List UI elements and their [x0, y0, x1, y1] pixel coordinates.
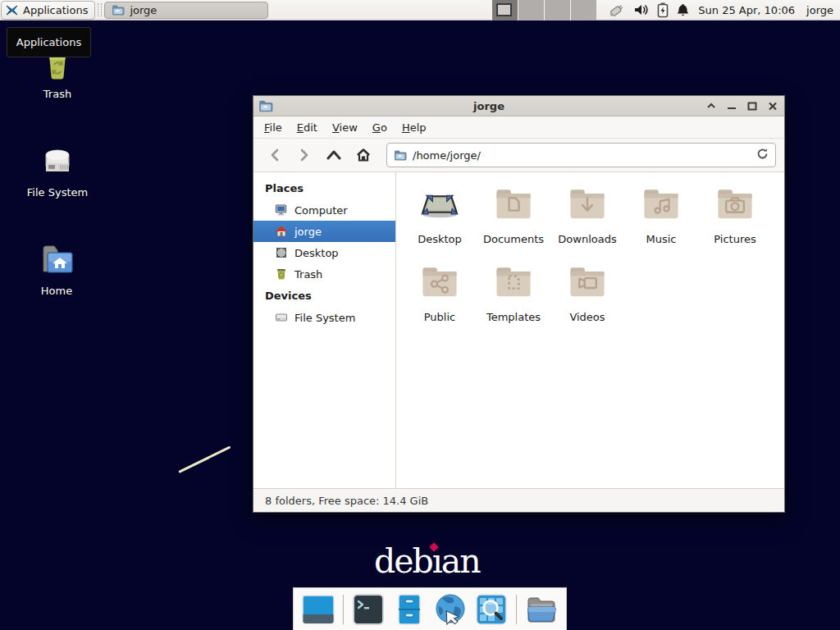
hard-drive-icon: [38, 142, 77, 181]
terminal-button[interactable]: [352, 593, 385, 626]
sidebar-item-label: Trash: [294, 268, 322, 281]
file-manager-button[interactable]: [393, 593, 426, 626]
folder-item-videos[interactable]: Videos: [550, 256, 624, 334]
documents-folder-icon: [492, 183, 535, 226]
panel-username[interactable]: jorge: [806, 4, 833, 16]
home-folder-icon: [37, 240, 76, 280]
top-panel: Applications jorge: [0, 0, 840, 21]
debian-logo: debıan: [374, 541, 480, 581]
menu-view[interactable]: View: [325, 118, 365, 137]
desktop-icon-label: File System: [12, 186, 103, 199]
music-folder-icon: [640, 183, 682, 226]
desktop-icon-home[interactable]: Home: [11, 240, 102, 297]
workspace-2[interactable]: [518, 0, 544, 21]
folder-item-downloads[interactable]: Downloads: [550, 178, 624, 256]
file-manager-window: jorge File Edit View Go Help: [253, 95, 785, 513]
folder-label: Videos: [569, 311, 605, 323]
home-icon: [275, 225, 288, 238]
menu-help[interactable]: Help: [395, 118, 434, 137]
folder-grid: Desktop Documents: [403, 178, 772, 334]
desktop-special-icon: [418, 183, 461, 226]
up-button[interactable]: [321, 143, 347, 167]
applications-menu-button[interactable]: Applications: [1, 1, 95, 20]
sidebar-devices-header: Devices: [253, 285, 395, 307]
location-bar[interactable]: /home/jorge/: [386, 143, 776, 167]
forward-button[interactable]: [291, 143, 317, 167]
file-view[interactable]: Desktop Documents: [396, 172, 784, 488]
sidebar-places-header: Places: [253, 177, 395, 199]
terminal-icon: [352, 593, 385, 626]
desktop-icon: [275, 246, 288, 259]
home-button[interactable]: [350, 143, 377, 167]
reload-button[interactable]: [756, 148, 769, 162]
folder-label: Downloads: [558, 233, 616, 245]
window-menubar: File Edit View Go Help: [253, 116, 784, 139]
window-titlebar[interactable]: jorge: [253, 96, 784, 116]
menu-edit[interactable]: Edit: [290, 118, 325, 137]
templates-folder-icon: [492, 261, 535, 304]
workspace-4[interactable]: [570, 0, 596, 21]
folder-label: Desktop: [418, 233, 462, 245]
sidebar-item-desktop[interactable]: Desktop: [253, 242, 395, 263]
desktop-icon-label: Home: [11, 285, 102, 297]
panel-clock[interactable]: Sun 25 Apr, 10:06: [698, 4, 795, 16]
bell-icon[interactable]: [676, 2, 690, 18]
folder-label: Public: [424, 311, 455, 323]
sidebar-item-file-system[interactable]: File System: [253, 307, 395, 328]
workspace-3[interactable]: [544, 0, 570, 21]
hard-drive-icon: [275, 311, 288, 324]
sidebar-item-label: Desktop: [294, 247, 339, 259]
show-desktop-icon: [302, 593, 335, 626]
sidebar-item-label: File System: [294, 312, 355, 324]
folder-item-desktop[interactable]: Desktop: [403, 178, 477, 256]
folder-item-public[interactable]: Public: [403, 256, 477, 334]
window-toolbar: /home/jorge/: [253, 139, 784, 172]
sidebar-item-computer[interactable]: Computer: [253, 199, 395, 221]
close-button[interactable]: [766, 99, 779, 112]
taskbar-window-label: jorge: [130, 4, 157, 16]
app-finder-icon: [475, 593, 508, 626]
applications-tooltip: Applications: [7, 27, 91, 57]
system-tray: [608, 2, 690, 18]
window-title: jorge: [273, 100, 705, 112]
folder-item-pictures[interactable]: Pictures: [698, 178, 772, 256]
web-browser-button[interactable]: [434, 593, 467, 626]
taskbar-window-button[interactable]: jorge: [104, 2, 268, 19]
menu-file[interactable]: File: [257, 118, 290, 137]
statusbar-text: 8 folders, Free space: 14.4 GiB: [265, 495, 428, 507]
folder-label: Pictures: [714, 233, 756, 245]
volume-icon[interactable]: [633, 2, 650, 17]
sidebar-item-label: jorge: [294, 226, 322, 238]
sidebar-item-trash[interactable]: Trash: [253, 263, 395, 285]
workspace-1[interactable]: [491, 0, 518, 21]
back-button[interactable]: [262, 143, 288, 167]
open-folder-icon: [525, 593, 558, 626]
workspace-window-thumb: [496, 3, 512, 16]
dock-separator: [343, 595, 344, 624]
folder-label: Templates: [486, 311, 541, 323]
window-icon: [258, 99, 273, 112]
computer-icon: [275, 203, 288, 217]
file-cabinet-icon: [393, 593, 426, 626]
shade-button[interactable]: [705, 99, 718, 112]
minimize-button[interactable]: [725, 99, 738, 112]
plug-icon[interactable]: [608, 2, 626, 18]
folder-label: Music: [646, 233, 677, 245]
dock-separator: [516, 595, 517, 624]
show-desktop-button[interactable]: [302, 593, 335, 626]
desktop-icon-file-system[interactable]: File System: [12, 142, 103, 199]
folder-icon: [112, 4, 125, 16]
folder-item-templates[interactable]: Templates: [477, 256, 550, 334]
maximize-button[interactable]: [746, 99, 759, 112]
folder-shortcut-button[interactable]: [525, 593, 558, 626]
folder-item-music[interactable]: Music: [624, 178, 698, 256]
folder-item-documents[interactable]: Documents: [477, 178, 550, 256]
location-folder-icon: [394, 149, 407, 161]
desktop-icon-label: Trash: [12, 88, 103, 100]
location-path-text[interactable]: /home/jorge/: [413, 149, 751, 162]
menu-go[interactable]: Go: [365, 118, 395, 137]
application-finder-button[interactable]: [475, 593, 508, 626]
battery-icon[interactable]: [657, 2, 669, 18]
sidebar-item-label: Computer: [294, 204, 348, 217]
sidebar-item-jorge[interactable]: jorge: [253, 221, 395, 242]
